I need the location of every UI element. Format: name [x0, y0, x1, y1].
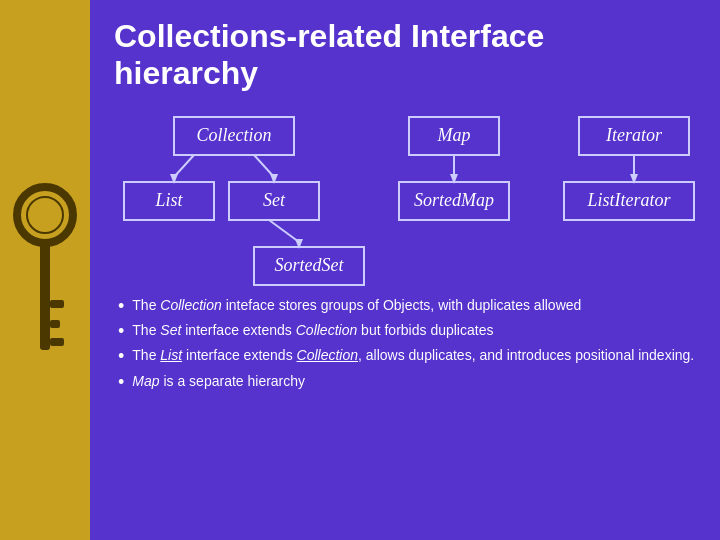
svg-line-8 [174, 155, 194, 177]
svg-text:Iterator: Iterator [605, 125, 663, 145]
bullet-text-1: The Collection inteface stores groups of… [132, 295, 704, 317]
left-panel [0, 0, 90, 540]
svg-rect-3 [50, 300, 64, 308]
bullet-dot-3: • [118, 345, 124, 368]
svg-line-9 [254, 155, 274, 177]
svg-rect-4 [50, 320, 60, 328]
svg-text:Collection: Collection [197, 125, 272, 145]
svg-point-1 [27, 197, 63, 233]
bullet-dot-2: • [118, 320, 124, 343]
bullet-dot-4: • [118, 371, 124, 394]
svg-text:ListIterator: ListIterator [586, 190, 671, 210]
bullets-section: • The Collection inteface stores groups … [114, 295, 704, 397]
bullet-4: • Map is a separate hierarchy [118, 371, 704, 394]
hierarchy-diagram: Collection List Set SortedSet Map Sorted… [114, 112, 704, 287]
bullet-2: • The Set interface extends Collection b… [118, 320, 704, 343]
bullet-text-2: The Set interface extends Collection but… [132, 320, 704, 342]
bullet-dot-1: • [118, 295, 124, 318]
key-icon [10, 170, 80, 370]
bullet-text-4: Map is a separate hierarchy [132, 371, 704, 393]
bullet-text-3: The List interface extends Collection, a… [132, 345, 704, 367]
svg-text:Set: Set [263, 190, 286, 210]
svg-text:Map: Map [437, 125, 471, 145]
svg-line-16 [269, 220, 299, 242]
svg-rect-5 [50, 338, 64, 346]
main-content: Collections-related Interface hierarchy … [90, 0, 720, 540]
page-title: Collections-related Interface hierarchy [114, 18, 704, 92]
svg-text:SortedMap: SortedMap [414, 190, 494, 210]
svg-rect-2 [40, 240, 50, 350]
bullet-1: • The Collection inteface stores groups … [118, 295, 704, 318]
svg-text:List: List [154, 190, 183, 210]
bullet-3: • The List interface extends Collection,… [118, 345, 704, 368]
svg-text:SortedSet: SortedSet [275, 255, 345, 275]
